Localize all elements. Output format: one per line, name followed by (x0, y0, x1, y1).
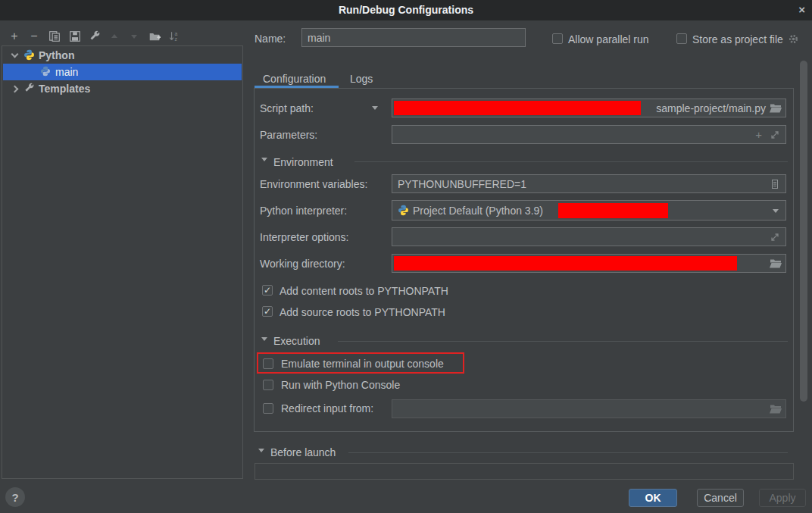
before-launch-section-header[interactable]: Before launch (270, 446, 336, 458)
svg-text:a: a (175, 31, 178, 36)
parameters-input[interactable]: + (392, 125, 786, 144)
run-with-python-console-label[interactable]: Run with Python Console (281, 379, 400, 391)
folder-icon[interactable] (770, 103, 782, 114)
interpreter-options-input[interactable] (392, 227, 786, 246)
add-content-roots-checkbox[interactable]: ✓ (262, 285, 273, 296)
check-icon: ✓ (264, 286, 271, 295)
expand-icon[interactable] (770, 130, 782, 140)
save-icon[interactable] (67, 29, 83, 44)
tree-item-python[interactable]: Python (3, 47, 242, 64)
chevron-down-icon[interactable] (773, 209, 779, 213)
chevron-expanded-icon[interactable] (11, 51, 19, 58)
apply-button[interactable]: Apply (759, 489, 806, 507)
wrench-icon (23, 83, 36, 95)
allow-parallel-run-label[interactable]: Allow parallel run (568, 33, 649, 45)
store-as-project-file-label[interactable]: Store as project file (692, 33, 783, 45)
before-launch-task-list[interactable] (255, 463, 794, 480)
allow-parallel-run-checkbox[interactable] (552, 33, 563, 44)
script-path-input[interactable]: sample-project/main.py (392, 99, 786, 117)
gear-icon[interactable] (788, 33, 799, 45)
redaction-overlay (558, 203, 668, 218)
add-source-roots-checkbox[interactable]: ✓ (262, 306, 273, 317)
tree-item-label: main (55, 66, 78, 78)
plus-icon[interactable]: + (755, 128, 762, 141)
working-directory-label: Working directory: (260, 258, 345, 270)
svg-text:z: z (175, 36, 178, 42)
name-input[interactable]: main (301, 28, 526, 47)
python-interpreter-label: Python interpreter: (260, 205, 347, 217)
sort-alphabetically-icon[interactable]: az (167, 29, 182, 44)
tab-logs[interactable]: Logs (350, 73, 373, 85)
parameters-label: Parameters: (260, 129, 317, 141)
ok-button[interactable]: OK (629, 489, 677, 507)
copy-icon[interactable] (47, 29, 62, 44)
move-up-icon[interactable] (107, 29, 122, 44)
environment-variables-label: Environment variables: (260, 178, 367, 190)
run-debug-configurations-dialog: Run/Debug Configurations × + − az Python (0, 0, 812, 513)
tree-item-main[interactable]: main (3, 64, 242, 80)
cancel-button[interactable]: Cancel (697, 489, 744, 507)
name-label: Name: (255, 33, 286, 45)
folder-icon[interactable] (770, 258, 782, 269)
run-with-python-console-checkbox[interactable] (263, 380, 273, 390)
tree-item-label: Templates (39, 83, 90, 95)
configurations-tree-panel: Python main Templates (2, 45, 243, 479)
execution-section-header[interactable]: Execution (273, 335, 320, 347)
name-value: main (308, 32, 330, 44)
collapse-triangle-icon[interactable] (258, 449, 264, 452)
redaction-overlay (394, 101, 641, 115)
help-icon[interactable]: ? (5, 487, 25, 507)
python-interpreter-value: Project Default (Python 3.9) (413, 205, 543, 217)
chevron-collapsed-icon[interactable] (11, 85, 19, 92)
redirect-input-label[interactable]: Redirect input from: (281, 402, 373, 414)
python-icon (40, 66, 52, 78)
tree-item-label: Python (39, 49, 74, 61)
add-content-roots-label[interactable]: Add content roots to PYTHONPATH (280, 285, 448, 297)
vertical-scrollbar-thumb[interactable] (800, 61, 807, 402)
close-icon[interactable]: × (798, 3, 805, 17)
emulate-terminal-checkbox[interactable] (263, 358, 273, 369)
check-icon: ✓ (264, 307, 271, 316)
collapse-triangle-icon[interactable] (261, 158, 267, 161)
new-folder-icon[interactable] (147, 29, 162, 44)
python-interpreter-combobox[interactable]: Project Default (Python 3.9) (392, 200, 786, 221)
edit-icon[interactable] (87, 29, 102, 44)
section-rule (354, 161, 788, 162)
dialog-title: Run/Debug Configurations (0, 4, 812, 16)
redaction-overlay (394, 256, 737, 271)
folder-icon[interactable] (770, 404, 782, 414)
environment-variables-value: PYTHONUNBUFFERED=1 (398, 178, 526, 190)
working-directory-input[interactable] (392, 254, 786, 273)
add-icon[interactable]: + (7, 29, 22, 44)
add-source-roots-label[interactable]: Add source roots to PYTHONPATH (280, 306, 445, 318)
collapse-triangle-icon[interactable] (261, 337, 267, 341)
remove-icon[interactable]: − (27, 29, 42, 44)
section-rule (338, 341, 788, 342)
script-path-value: sample-project/main.py (656, 102, 766, 114)
env-vars-browse-icon[interactable] (770, 179, 782, 189)
redirect-input-file-input[interactable] (392, 399, 786, 418)
tree-item-templates[interactable]: Templates (3, 80, 242, 97)
expand-icon[interactable] (770, 232, 782, 242)
environment-variables-input[interactable]: PYTHONUNBUFFERED=1 (392, 174, 786, 193)
titlebar: Run/Debug Configurations × (0, 0, 812, 20)
tab-configuration[interactable]: Configuration (263, 73, 326, 85)
emulate-terminal-label[interactable]: Emulate terminal in output console (281, 358, 444, 370)
move-down-icon[interactable] (126, 29, 142, 44)
section-rule (348, 452, 788, 453)
python-icon (23, 49, 36, 61)
interpreter-options-label: Interpreter options: (260, 231, 349, 243)
redirect-input-checkbox[interactable] (263, 403, 273, 414)
chevron-down-icon[interactable] (372, 106, 378, 110)
script-path-label: Script path: (260, 102, 314, 114)
store-as-project-file-checkbox[interactable] (676, 33, 687, 44)
python-icon (398, 205, 409, 216)
environment-section-header[interactable]: Environment (273, 156, 333, 168)
